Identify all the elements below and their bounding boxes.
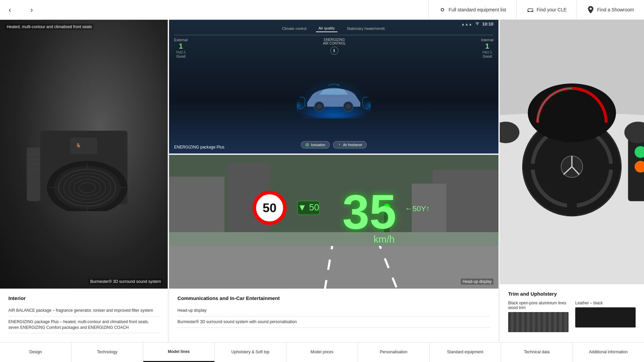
equipment-link[interactable]: Full standard equipment list bbox=[428, 0, 516, 19]
mid-column: ▲▲▲ 10:10 Climate control Air quality St… bbox=[169, 20, 498, 342]
tab-air-quality[interactable]: Air quality bbox=[316, 25, 337, 32]
car-visualization bbox=[174, 58, 493, 138]
nav-item-technology[interactable]: Technology bbox=[71, 343, 143, 362]
svg-text:🪑: 🪑 bbox=[75, 143, 82, 149]
next-button[interactable]: › bbox=[22, 0, 42, 20]
center-control: ENERGIZING AIR CONTROL ℹ bbox=[323, 38, 346, 58]
ionisation-label: Ionisation bbox=[311, 143, 325, 147]
trim1-swatch bbox=[508, 312, 569, 332]
nav-item-standard-equipment[interactable]: Standard equipment bbox=[430, 343, 501, 362]
car-glow bbox=[297, 78, 371, 119]
hud-content: 50 ▼ 50 35 km/h ←50Y↑ Head-up display bbox=[169, 155, 498, 289]
location-icon bbox=[587, 6, 594, 13]
climate-stats: External 1 PM2.5 Good ENERGIZING AIR CON… bbox=[174, 38, 493, 58]
right-info: Trim and Upholstery Black open-pore alum… bbox=[500, 284, 644, 342]
find-showroom-link[interactable]: Find a Showroom bbox=[577, 0, 644, 19]
internal-stat: Internal 1 PM2.5 Good bbox=[481, 38, 493, 58]
interior-bg bbox=[500, 20, 644, 284]
nav-item-technical-data[interactable]: Technical data bbox=[501, 343, 573, 362]
prev-button[interactable]: ‹ bbox=[0, 0, 20, 20]
svg-rect-37 bbox=[169, 232, 498, 246]
internal-unit: PM2.5 bbox=[481, 51, 493, 54]
svg-point-56 bbox=[528, 83, 616, 142]
trim2-label: Leather – black bbox=[575, 301, 636, 305]
trim-title: Trim and Upholstery bbox=[508, 291, 636, 297]
interior-item-2: ENERGIZING package Plus – heated, multi-… bbox=[8, 316, 159, 334]
left-info: Interior AIR BALANCE package – fragrance… bbox=[0, 289, 168, 342]
nav-item-upholstery[interactable]: Upholstery & Soft top bbox=[215, 343, 286, 362]
air-freshener-label: Air freshener bbox=[343, 143, 362, 147]
trim-item-1: Black open-pore aluminium lines wood tri… bbox=[508, 301, 569, 332]
hud-caption: Head-up display bbox=[461, 279, 493, 285]
equipment-label: Full standard equipment list bbox=[449, 7, 506, 12]
nav-item-additional-info[interactable]: Additional information bbox=[573, 343, 644, 362]
trim1-label: Black open-pore aluminium lines wood tri… bbox=[508, 301, 569, 310]
comms-item-2: Burmester® 3D surround sound system with… bbox=[177, 316, 490, 328]
wifi-icon bbox=[475, 22, 480, 26]
main-content: 🪑 Heated, multi-contour and climatised f… bbox=[0, 20, 644, 342]
time: 10:10 bbox=[482, 21, 493, 26]
climate-tabs: Climate control Air quality Stationary h… bbox=[174, 25, 493, 35]
header: ‹ › Full standard equipment list Find yo… bbox=[0, 0, 644, 20]
tab-climate[interactable]: Climate control bbox=[279, 25, 309, 32]
external-stat: External 1 PM2.5 Good bbox=[174, 38, 187, 58]
air-freshener-btn[interactable]: Air freshener bbox=[333, 141, 367, 148]
header-links: Full standard equipment list Find your C… bbox=[428, 0, 644, 19]
trim-row: Black open-pore aluminium lines wood tri… bbox=[508, 301, 636, 332]
next-icon: › bbox=[31, 6, 33, 14]
right-column: Trim and Upholstery Black open-pore alum… bbox=[500, 20, 644, 342]
internal-status: Good bbox=[481, 54, 493, 58]
nav-item-model-prices[interactable]: Model prices bbox=[286, 343, 358, 362]
center-label: ENERGIZING AIR CONTROL bbox=[323, 38, 346, 45]
svg-point-1 bbox=[531, 11, 533, 12]
find-cle-link[interactable]: Find your CLE bbox=[516, 0, 577, 19]
external-status: Good bbox=[174, 54, 187, 58]
left-caption-tl: Heated, multi-contour and climatised fro… bbox=[5, 24, 94, 30]
left-column: 🪑 Heated, multi-contour and climatised f… bbox=[0, 20, 168, 342]
hud-image: 50 ▼ 50 35 km/h ←50Y↑ Head-up display bbox=[169, 154, 498, 289]
dot-icon bbox=[439, 6, 446, 13]
external-unit: PM2.5 bbox=[174, 51, 187, 54]
ionisation-btn[interactable]: Ionisation bbox=[301, 141, 330, 148]
find-cle-label: Find your CLE bbox=[537, 7, 567, 12]
svg-rect-33 bbox=[169, 177, 224, 239]
comms-title: Communications and In-Car Entertainment bbox=[177, 295, 490, 301]
internal-val: 1 bbox=[481, 42, 493, 51]
climate-buttons: Ionisation Air freshener bbox=[301, 141, 367, 148]
svg-point-2 bbox=[590, 8, 592, 10]
svg-point-26 bbox=[317, 104, 322, 109]
internal-label: Internal bbox=[481, 38, 493, 42]
external-label: External bbox=[174, 38, 187, 42]
svg-text:←50Y↑: ←50Y↑ bbox=[405, 204, 430, 213]
interior-item-1: AIR BALANCE package – fragrance generato… bbox=[8, 305, 159, 316]
left-caption-br: Burmester® 3D surround sound system bbox=[89, 279, 163, 285]
svg-text:km/h: km/h bbox=[374, 234, 395, 245]
energizing-caption: ENERGIZING package Plus bbox=[174, 145, 224, 149]
trim-item-2: Leather – black bbox=[575, 301, 636, 332]
signal-icon: ▲▲▲ bbox=[461, 22, 472, 26]
left-image: 🪑 Heated, multi-contour and climatised f… bbox=[0, 20, 168, 289]
info-icon[interactable]: ℹ bbox=[330, 47, 338, 55]
bottom-nav: DesignTechnologyModel linesUpholstery & … bbox=[0, 342, 644, 362]
svg-rect-15 bbox=[70, 137, 97, 154]
external-val: 1 bbox=[174, 42, 187, 51]
nav-item-design[interactable]: Design bbox=[0, 343, 71, 362]
nav-item-model-lines[interactable]: Model lines bbox=[143, 343, 215, 362]
climate-image: ▲▲▲ 10:10 Climate control Air quality St… bbox=[169, 20, 498, 154]
svg-text:50: 50 bbox=[263, 201, 276, 215]
trim2-swatch bbox=[575, 307, 636, 327]
tab-stationary[interactable]: Stationary heater/ventil. bbox=[344, 25, 388, 32]
right-image bbox=[500, 20, 644, 284]
comms-item-1: Head-up display bbox=[177, 305, 490, 316]
find-showroom-label: Find a Showroom bbox=[597, 7, 634, 12]
car-icon bbox=[527, 6, 534, 13]
prev-icon: ‹ bbox=[9, 6, 11, 14]
seat-image: 🪑 bbox=[0, 20, 168, 289]
nav-item-personalisation[interactable]: Personalisation bbox=[358, 343, 429, 362]
svg-point-0 bbox=[528, 11, 529, 12]
clock-info: ▲▲▲ 10:10 bbox=[461, 21, 493, 26]
interior-title: Interior bbox=[8, 295, 159, 301]
svg-text:35: 35 bbox=[342, 185, 396, 239]
svg-rect-17 bbox=[27, 147, 40, 201]
mid-info: Communications and In-Car Entertainment … bbox=[169, 289, 498, 342]
